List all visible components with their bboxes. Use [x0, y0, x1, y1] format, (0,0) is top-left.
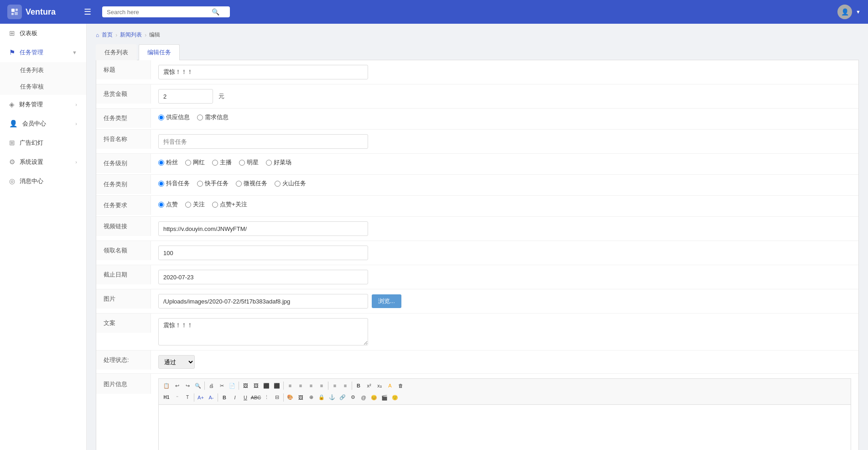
radio-star[interactable]: 明星 [239, 158, 259, 167]
toolbar-h1-btn[interactable]: H1 [161, 392, 172, 403]
sidebar-item-message[interactable]: ◎ 消息中心 [0, 172, 86, 191]
toolbar-hr-btn[interactable]: ⊟ [272, 392, 282, 403]
radio-kuaishou-input[interactable] [197, 181, 203, 187]
radio-demand[interactable]: 需求信息 [197, 113, 229, 121]
sidebar-item-advert[interactable]: ⊞ 广告幻灯 [0, 133, 86, 152]
sidebar-item-member[interactable]: 👤 会员中心 › [0, 114, 86, 133]
toolbar-font-plus-btn[interactable]: A+ [196, 392, 206, 403]
toolbar-strike-btn[interactable]: ABC [251, 392, 261, 403]
radio-huoshan-input[interactable] [275, 181, 281, 187]
toolbar-ol-btn[interactable]: ≡ [340, 381, 350, 391]
toolbar-bold2-btn[interactable]: B [219, 392, 229, 403]
hamburger-button[interactable]: ☰ [80, 5, 95, 19]
radio-like[interactable]: 点赞 [158, 200, 178, 209]
video-link-input[interactable] [158, 221, 368, 236]
radio-like-input[interactable] [158, 202, 164, 208]
toolbar-clean-btn[interactable]: 🗑 [395, 381, 405, 391]
sidebar-item-dashboard[interactable]: ⊞ 仪表板 [0, 24, 86, 43]
toolbar-img2-btn[interactable]: 🖼 [251, 381, 261, 391]
toolbar-table2-btn[interactable]: ⬛ [272, 381, 282, 391]
status-select[interactable]: 通过 拒绝 [158, 355, 195, 369]
toolbar-super-btn[interactable]: x² [364, 381, 374, 391]
reward-input[interactable] [158, 89, 213, 104]
radio-anchor[interactable]: 主播 [212, 158, 232, 167]
toolbar-align-right-btn[interactable]: ≡ [306, 381, 316, 391]
toolbar-cut-btn[interactable]: ✂ [217, 381, 227, 391]
text-textarea[interactable]: 震惊！！！ [158, 318, 368, 345]
sidebar-item-settings[interactable]: ⚙ 系统设置 › [0, 152, 86, 172]
radio-tiktok-cat-input[interactable] [158, 181, 164, 187]
radio-huoshan[interactable]: 火山任务 [275, 179, 306, 188]
radio-good[interactable]: 好菜场 [266, 158, 291, 167]
toolbar-copy-btn[interactable]: 📄 [227, 381, 237, 391]
toolbar-font-color-btn[interactable]: A [385, 381, 395, 391]
toolbar-zoom-btn[interactable]: 🔍 [193, 381, 203, 391]
toolbar-format-btn[interactable]: ⁻ [172, 392, 182, 403]
radio-supply-input[interactable] [158, 115, 164, 120]
toolbar-print-btn[interactable]: 🖨 [206, 381, 216, 391]
radio-fans-input[interactable] [158, 160, 164, 166]
toolbar-video-btn[interactable]: 🎬 [379, 392, 390, 403]
toolbar-underline-btn[interactable]: U [240, 392, 250, 403]
radio-kuaishou[interactable]: 快手任务 [197, 179, 229, 188]
radio-good-input[interactable] [266, 160, 272, 166]
avatar-chevron[interactable]: ▼ [856, 9, 861, 15]
radio-star-input[interactable] [239, 160, 245, 166]
sidebar-item-finance[interactable]: ◈ 财务管理 › [0, 95, 86, 114]
tiktok-name-input[interactable] [158, 134, 368, 149]
toolbar-settings-btn[interactable]: ⚙ [348, 392, 358, 403]
tab-task-list[interactable]: 任务列表 [96, 44, 137, 60]
radio-weishi-input[interactable] [236, 181, 242, 187]
toolbar-smile-btn[interactable]: 🙂 [390, 392, 400, 403]
radio-demand-input[interactable] [197, 115, 203, 120]
radio-anchor-input[interactable] [212, 160, 218, 166]
sidebar-item-task-mgmt[interactable]: ⚑ 任务管理 ▼ [0, 43, 86, 62]
sidebar-item-task-list[interactable]: 任务列表 [0, 62, 86, 78]
browse-button[interactable]: 浏览... [372, 294, 401, 308]
toolbar-insert-img-btn[interactable]: 🖼 [296, 392, 306, 403]
radio-tiktok-cat[interactable]: 抖音任务 [158, 179, 190, 188]
toolbar-img-btn[interactable]: 🖼 [240, 381, 250, 391]
toolbar-color-picker-btn[interactable]: 🎨 [285, 392, 295, 403]
toolbar-paste-btn[interactable]: 📋 [161, 381, 172, 391]
radio-follow[interactable]: 关注 [185, 200, 205, 209]
toolbar-emoji-btn[interactable]: 😊 [369, 392, 379, 403]
toolbar-link-btn[interactable]: 🔗 [338, 392, 348, 403]
toolbar-font-minus-btn[interactable]: A- [206, 392, 216, 403]
toolbar-lock-btn[interactable]: 🔒 [317, 392, 327, 403]
toolbar-table-btn[interactable]: ⬛ [261, 381, 271, 391]
editor-body[interactable] [158, 404, 851, 450]
toolbar-t-btn[interactable]: T [182, 392, 192, 403]
radio-weishi[interactable]: 微视任务 [236, 179, 267, 188]
toolbar-align-left-btn[interactable]: ≡ [285, 381, 295, 391]
radio-follow-input[interactable] [185, 202, 191, 208]
radio-supply[interactable]: 供应信息 [158, 113, 190, 121]
breadcrumb-news-list[interactable]: 新闻列表 [120, 31, 142, 39]
deadline-input[interactable] [158, 270, 368, 284]
toolbar-align-center-btn[interactable]: ≡ [296, 381, 306, 391]
title-input[interactable] [158, 65, 368, 79]
toolbar-media-btn[interactable]: ⊕ [306, 392, 316, 403]
radio-wanghong[interactable]: 网红 [185, 158, 205, 167]
toolbar-anchor-btn[interactable]: ⚓ [327, 392, 337, 403]
toolbar-align-justify-btn[interactable]: ≡ [317, 381, 327, 391]
radio-like-follow-input[interactable] [212, 202, 218, 208]
sidebar-item-task-review[interactable]: 任务审核 [0, 78, 86, 95]
toolbar-bold-btn[interactable]: B [353, 381, 364, 391]
count-input[interactable] [158, 246, 368, 260]
toolbar-special-btn[interactable]: ⋮ [261, 392, 271, 403]
radio-wanghong-input[interactable] [185, 160, 191, 166]
toolbar-redo-btn[interactable]: ↪ [182, 381, 192, 391]
search-input[interactable] [107, 9, 212, 16]
toolbar-italic-btn[interactable]: I [230, 392, 240, 403]
toolbar-ul-btn[interactable]: ≡ [330, 381, 340, 391]
radio-like-follow[interactable]: 点赞+关注 [212, 200, 247, 209]
avatar[interactable]: 👤 [837, 5, 852, 19]
image-path-input[interactable] [158, 294, 368, 309]
radio-fans[interactable]: 粉丝 [158, 158, 178, 167]
toolbar-at-btn[interactable]: @ [359, 392, 369, 403]
toolbar-undo-btn[interactable]: ↩ [172, 381, 182, 391]
breadcrumb-home[interactable]: 首页 [102, 31, 113, 39]
toolbar-sub-btn[interactable]: x₂ [374, 381, 385, 391]
tab-edit-task[interactable]: 编辑任务 [139, 44, 180, 60]
